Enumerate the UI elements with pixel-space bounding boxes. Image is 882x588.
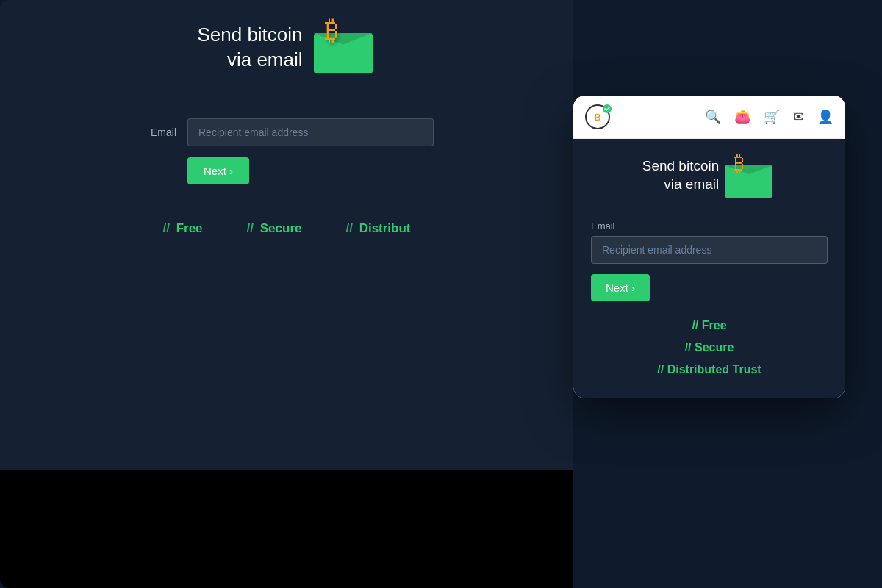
- slash-distribut: //: [345, 221, 352, 235]
- wallet-icon[interactable]: 👛: [734, 109, 750, 125]
- popup-slash-distributed: //: [657, 363, 667, 376]
- main-title-line2: via email: [227, 49, 303, 71]
- user-icon[interactable]: 👤: [817, 109, 833, 125]
- check-icon: [604, 106, 610, 112]
- slash-secure: //: [247, 221, 254, 235]
- popup-hero-icon: ₿: [725, 154, 776, 198]
- main-page: Send bitcoin via email ₿ Email Next › //…: [0, 0, 573, 588]
- features-row: // Free // Secure // Distribut: [0, 221, 573, 236]
- main-title-line1: Send bitcoin: [197, 24, 302, 46]
- popup-title-line2: via email: [664, 176, 719, 192]
- popup-feature-free-label: Free: [702, 319, 727, 331]
- feature-secure: // Secure: [247, 221, 302, 236]
- search-icon[interactable]: 🔍: [705, 109, 721, 125]
- popup-next-button[interactable]: Next ›: [591, 274, 650, 301]
- popup-divider: [628, 207, 790, 207]
- popup-envelope-icon: [725, 165, 772, 198]
- email-input[interactable]: [187, 118, 434, 146]
- popup-feature-secure: // Secure: [591, 341, 828, 354]
- popup-bitcoin-icon: ₿: [734, 151, 745, 176]
- feature-distribut-label: Distribut: [359, 221, 411, 235]
- toolbar-logo-badge: [603, 104, 612, 113]
- popup-email-input[interactable]: [591, 236, 828, 264]
- popup-hero: Send bitcoin via email ₿: [591, 154, 828, 198]
- feature-free: // Free: [162, 221, 202, 236]
- main-form: Email Next ›: [140, 118, 434, 184]
- popup-slash-free: //: [692, 319, 701, 331]
- toolbar-icons: 🔍 👛 🛒 ✉ 👤: [705, 109, 833, 125]
- popup-hero-text: Send bitcoin via email: [642, 157, 720, 193]
- popup-slash-secure: //: [685, 341, 695, 354]
- main-content: Send bitcoin via email ₿ Email Next › //…: [0, 0, 573, 236]
- black-bar: [0, 470, 573, 588]
- popup-feature-distributed-trust: // Distributed Trust: [591, 363, 828, 376]
- toolbar-logo-letter: B: [594, 112, 600, 123]
- message-icon[interactable]: ✉: [793, 109, 804, 125]
- feature-distribut: // Distribut: [345, 221, 410, 236]
- cart-icon[interactable]: 🛒: [764, 109, 780, 125]
- slash-free: //: [162, 221, 169, 235]
- main-hero: Send bitcoin via email ₿: [197, 22, 376, 74]
- popup-feature-free: // Free: [591, 319, 828, 332]
- popup-form: Email Next ›: [591, 220, 828, 301]
- toolbar-logo: B: [585, 104, 610, 129]
- popup-feature-secure-label: Secure: [695, 341, 734, 354]
- popup-features: // Free // Secure // Distributed Trust: [591, 319, 828, 376]
- feature-free-label: Free: [176, 221, 203, 235]
- feature-secure-label: Secure: [260, 221, 302, 235]
- next-button[interactable]: Next ›: [187, 157, 249, 184]
- email-row: Email: [140, 118, 434, 146]
- popup-toolbar: B 🔍 👛 🛒 ✉ 👤: [573, 96, 845, 139]
- main-hero-text: Send bitcoin via email: [197, 23, 302, 73]
- popup-body: Send bitcoin via email ₿ Email Next › //…: [573, 139, 845, 398]
- popup-title-line1: Send bitcoin: [642, 158, 720, 173]
- main-divider: [176, 96, 397, 96]
- envelope-icon: [314, 33, 373, 74]
- popup-email-label: Email: [591, 220, 828, 232]
- main-hero-icon: ₿: [310, 22, 376, 74]
- bitcoin-icon: ₿: [325, 15, 339, 46]
- email-label: Email: [140, 126, 176, 138]
- popup-feature-distributed-label: Distributed Trust: [667, 363, 761, 376]
- popup-card: B 🔍 👛 🛒 ✉ 👤 Send bitcoin via email: [573, 96, 845, 398]
